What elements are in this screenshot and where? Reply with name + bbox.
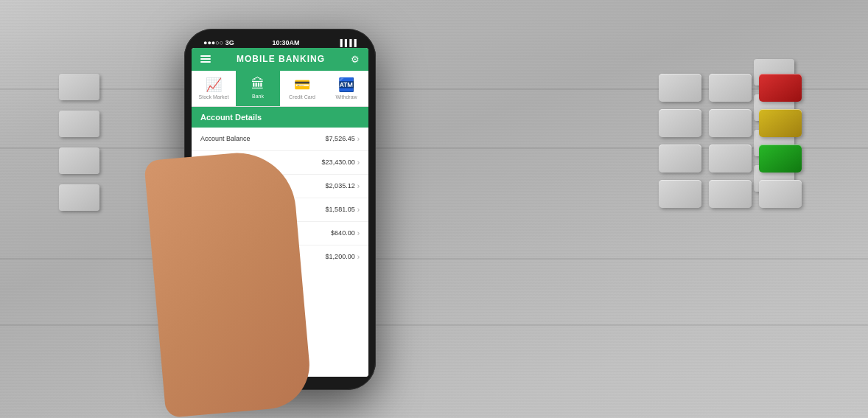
status-left: ●●●○○ 3G bbox=[203, 39, 234, 46]
account-details-title: Account Details bbox=[200, 113, 262, 122]
tab-credit-card-label: Credit Card bbox=[289, 94, 315, 100]
atm-key-enter[interactable] bbox=[759, 144, 802, 173]
processing-value: $1,200.00 bbox=[326, 253, 355, 260]
left-atm-buttons bbox=[59, 74, 99, 211]
atm-groove-3 bbox=[0, 258, 868, 259]
account-row-balance-value-container: $7,526.45 › bbox=[326, 135, 360, 143]
stock-market-icon: 📈 bbox=[206, 77, 222, 93]
account-row-balance-label: Account Balance bbox=[200, 135, 251, 142]
atm-groove-4 bbox=[0, 324, 868, 326]
tab-stock-market-label: Stock Market bbox=[199, 94, 229, 100]
atm-key-clear[interactable] bbox=[759, 109, 802, 137]
settings-icon[interactable]: ⚙ bbox=[351, 54, 360, 65]
nav-tabs: 📈 Stock Market 🏛 Bank 💳 Credit Card 🏧 Wi… bbox=[192, 71, 368, 107]
atm-key-star[interactable] bbox=[659, 180, 701, 208]
atm-left-btn-4[interactable] bbox=[59, 184, 99, 211]
chevron-right-icon-5: › bbox=[357, 253, 360, 261]
hamburger-line-1 bbox=[200, 55, 211, 57]
atm-left-btn-1[interactable] bbox=[59, 74, 99, 100]
account-balance-value: $7,526.45 bbox=[326, 135, 355, 142]
credit-card-icon: 💳 bbox=[294, 77, 310, 93]
status-right: ▐▐▐▐ bbox=[337, 39, 357, 46]
atm-key-4[interactable] bbox=[659, 109, 701, 137]
battery-icon: ▐▐▐▐ bbox=[337, 39, 357, 46]
chevron-right-icon-0: › bbox=[357, 135, 360, 143]
account-row-balance[interactable]: Account Balance $7,526.45 › bbox=[192, 128, 368, 151]
chevron-right-icon-4: › bbox=[357, 229, 360, 237]
status-bar: ●●●○○ 3G 10:30AM ▐▐▐▐ bbox=[192, 36, 368, 48]
atm-key-2[interactable] bbox=[709, 74, 752, 102]
money-transfer-value: $640.00 bbox=[331, 229, 355, 237]
atm-key-0[interactable] bbox=[709, 180, 752, 208]
hamburger-line-2 bbox=[200, 58, 211, 60]
atm-left-btn-3[interactable] bbox=[59, 147, 99, 174]
hamburger-line-3 bbox=[200, 61, 211, 63]
processing-value-container: $1,200.00 › bbox=[326, 253, 360, 261]
check-deposit-value: $23,430.00 bbox=[322, 159, 355, 166]
tab-bank-label: Bank bbox=[252, 94, 264, 99]
bill-payment-value: $2,035.12 bbox=[326, 182, 355, 189]
atm-key-hash[interactable] bbox=[759, 180, 802, 208]
tab-withdraw[interactable]: 🏧 Withdraw bbox=[324, 71, 368, 106]
hamburger-menu-icon[interactable] bbox=[200, 55, 211, 63]
atm-key-5[interactable] bbox=[709, 109, 752, 137]
bill-payment-value-container: $2,035.12 › bbox=[326, 182, 360, 190]
atm-main-keypad bbox=[659, 74, 802, 208]
chevron-right-icon-3: › bbox=[357, 206, 360, 214]
atm-panel bbox=[0, 0, 868, 418]
check-cashing-value-container: $1,581.05 › bbox=[326, 206, 360, 214]
account-details-header: Account Details bbox=[192, 107, 368, 128]
chevron-right-icon-2: › bbox=[357, 182, 360, 190]
check-deposit-value-container: $23,430.00 › bbox=[322, 159, 360, 167]
chevron-right-icon-1: › bbox=[357, 159, 360, 167]
hand bbox=[144, 147, 313, 417]
phone-container: ●●●○○ 3G 10:30AM ▐▐▐▐ MOBILE BANKING ⚙ bbox=[184, 29, 376, 390]
tab-withdraw-label: Withdraw bbox=[335, 94, 357, 100]
atm-key-7[interactable] bbox=[659, 144, 701, 173]
money-transfer-value-container: $640.00 › bbox=[331, 229, 360, 237]
tab-credit-card[interactable]: 💳 Credit Card bbox=[280, 71, 324, 106]
atm-key-8[interactable] bbox=[709, 144, 752, 173]
tab-stock-market[interactable]: 📈 Stock Market bbox=[192, 71, 236, 106]
status-time: 10:30AM bbox=[273, 39, 300, 46]
withdraw-icon: 🏧 bbox=[338, 77, 354, 93]
app-title: MOBILE BANKING bbox=[237, 54, 325, 64]
bank-icon: 🏛 bbox=[251, 77, 265, 92]
atm-key-1[interactable] bbox=[659, 74, 701, 102]
tab-bank[interactable]: 🏛 Bank bbox=[236, 71, 280, 106]
signal-dots: ●●●○○ 3G bbox=[203, 39, 234, 46]
atm-key-cancel[interactable] bbox=[759, 74, 802, 102]
atm-left-btn-2[interactable] bbox=[59, 111, 99, 137]
app-header: MOBILE BANKING ⚙ bbox=[192, 48, 368, 71]
check-cashing-value: $1,581.05 bbox=[326, 206, 355, 213]
